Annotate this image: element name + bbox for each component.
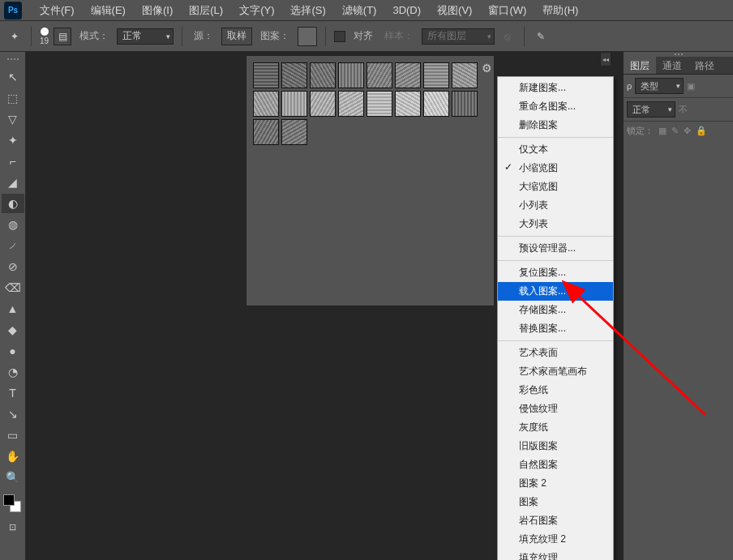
context-menu-item[interactable]: 复位图案...	[498, 263, 613, 282]
context-menu-item[interactable]: 旧版图案	[498, 437, 613, 455]
pattern-thumb[interactable]	[310, 62, 336, 88]
context-menu-item[interactable]: 小列表	[498, 196, 613, 215]
pattern-thumb[interactable]	[253, 119, 279, 145]
layer-filter-dropdown[interactable]: 类型	[635, 78, 684, 94]
color-swatches[interactable]	[3, 494, 21, 512]
lock-transparency-icon[interactable]: ▦	[658, 126, 667, 136]
tab-paths[interactable]: 路径	[688, 57, 721, 74]
context-menu-item[interactable]: 侵蚀纹理	[498, 400, 613, 418]
lock-position-icon[interactable]: ✥	[684, 126, 691, 136]
context-menu-item[interactable]: 图案	[498, 493, 613, 511]
ignore-adjustment-icon[interactable]: ⦸	[499, 28, 516, 45]
pattern-thumb[interactable]	[395, 91, 421, 117]
context-menu-item[interactable]: 预设管理器...	[498, 239, 613, 258]
context-menu-item[interactable]: 图案 2	[498, 474, 613, 493]
context-menu-item[interactable]: 大列表	[498, 215, 613, 233]
pattern-thumb[interactable]	[253, 62, 279, 88]
eyedropper-tool[interactable]: ◢	[2, 173, 24, 192]
marquee-tool[interactable]: ⬚	[2, 88, 24, 108]
gradient-tool[interactable]: ▲	[2, 299, 24, 318]
pattern-thumb[interactable]	[423, 62, 449, 88]
healing-brush-tool[interactable]: ◐	[2, 194, 24, 213]
pattern-picker-gear-icon[interactable]: ⚙	[482, 62, 492, 75]
clone-stamp-tool[interactable]: ⟋	[2, 236, 24, 255]
lasso-tool[interactable]: ▽	[2, 109, 24, 129]
zoom-tool[interactable]: 🔍	[2, 468, 24, 487]
sample-dropdown[interactable]: 所有图层	[422, 28, 495, 45]
menu-image[interactable]: 图像(I)	[134, 3, 181, 18]
context-menu-item[interactable]: 填充纹理 2	[498, 530, 613, 549]
context-menu-item[interactable]: 彩色纸	[498, 381, 613, 400]
lock-all-icon[interactable]: 🔒	[696, 126, 707, 136]
brush-panel-toggle[interactable]: ▤	[54, 28, 71, 45]
foreground-color[interactable]	[3, 494, 15, 506]
menu-window[interactable]: 窗口(W)	[480, 3, 534, 18]
menu-type[interactable]: 文字(Y)	[231, 3, 282, 18]
pattern-thumb[interactable]	[366, 91, 392, 117]
context-menu-item[interactable]: 小缩览图✓	[498, 159, 613, 177]
pattern-thumb[interactable]	[338, 62, 364, 88]
pattern-thumb[interactable]	[452, 91, 478, 117]
context-menu-item[interactable]: 载入图案...	[498, 282, 613, 301]
move-tool[interactable]: ↖	[2, 67, 24, 87]
lock-pixels-icon[interactable]: ✎	[671, 126, 679, 136]
pattern-thumb[interactable]	[366, 62, 392, 88]
pattern-thumb[interactable]	[281, 62, 307, 88]
pattern-swatch[interactable]	[298, 27, 317, 46]
menu-filter[interactable]: 滤镜(T)	[334, 3, 385, 18]
brush-tool[interactable]: ◍	[2, 215, 24, 234]
pattern-thumb[interactable]	[253, 91, 279, 117]
history-brush-tool[interactable]: ⊘	[2, 257, 24, 276]
brush-preset[interactable]: 19	[40, 28, 49, 45]
menu-help[interactable]: 帮助(H)	[534, 3, 586, 18]
menu-layer[interactable]: 图层(L)	[181, 3, 231, 18]
context-menu-item[interactable]: 艺术家画笔画布	[498, 362, 613, 381]
menu-view[interactable]: 视图(V)	[429, 3, 480, 18]
context-menu-item[interactable]: 替换图案...	[498, 319, 613, 338]
context-menu-item[interactable]: 新建图案...	[498, 79, 613, 97]
pressure-icon[interactable]: ✎	[533, 28, 549, 45]
quick-mask-toggle[interactable]: ⊡	[2, 517, 24, 536]
context-menu-item[interactable]: 重命名图案...	[498, 97, 613, 116]
context-menu-item[interactable]: 岩石图案	[498, 511, 613, 530]
pen-tool[interactable]: ◔	[2, 362, 24, 382]
collapsed-panel-strip[interactable]: ◂◂	[600, 52, 611, 66]
blend-mode-dropdown[interactable]: 正常	[627, 101, 675, 118]
menu-3d[interactable]: 3D(D)	[384, 4, 429, 16]
magic-wand-tool[interactable]: ✦	[2, 130, 24, 150]
pattern-thumb[interactable]	[310, 91, 336, 117]
blur-tool[interactable]: ◆	[2, 320, 24, 340]
context-menu-item[interactable]: 存储图案...	[498, 301, 613, 319]
dodge-tool[interactable]: ●	[2, 341, 24, 361]
mode-dropdown[interactable]: 正常	[117, 28, 174, 45]
menu-file[interactable]: 文件(F)	[32, 3, 83, 18]
pattern-thumb[interactable]	[395, 62, 421, 88]
eraser-tool[interactable]: ⌫	[2, 278, 24, 297]
pattern-thumb[interactable]	[281, 119, 307, 145]
pattern-thumb[interactable]	[423, 91, 449, 117]
toolbox-grip[interactable]	[0, 58, 25, 63]
filter-image-icon[interactable]: ▣	[687, 81, 695, 92]
tool-preset-icon[interactable]: ✦	[6, 28, 23, 45]
aligned-checkbox[interactable]	[334, 31, 345, 42]
crop-tool[interactable]: ⌐	[2, 152, 24, 171]
tab-channels[interactable]: 通道	[656, 57, 688, 74]
pattern-thumb[interactable]	[338, 91, 364, 117]
context-menu-item[interactable]: 灰度纸	[498, 418, 613, 437]
hand-tool[interactable]: ✋	[2, 447, 24, 466]
path-selection-tool[interactable]: ↘	[2, 404, 24, 424]
context-menu-item[interactable]: 删除图案	[498, 116, 613, 135]
source-sample-button[interactable]: 取样	[221, 28, 252, 45]
context-menu-item[interactable]: 填充纹理	[498, 549, 613, 560]
rectangle-tool[interactable]: ▭	[2, 425, 24, 445]
tab-layers[interactable]: 图层	[624, 57, 656, 74]
pattern-thumb[interactable]	[452, 62, 478, 88]
type-tool[interactable]: T	[2, 383, 24, 403]
menu-select[interactable]: 选择(S)	[282, 3, 333, 18]
context-menu-item[interactable]: 自然图案	[498, 455, 613, 474]
menu-edit[interactable]: 编辑(E)	[83, 3, 134, 18]
context-menu-item[interactable]: 仅文本	[498, 140, 613, 159]
pattern-thumb[interactable]	[281, 91, 307, 117]
context-menu-item[interactable]: 大缩览图	[498, 177, 613, 196]
context-menu-item[interactable]: 艺术表面	[498, 344, 613, 362]
